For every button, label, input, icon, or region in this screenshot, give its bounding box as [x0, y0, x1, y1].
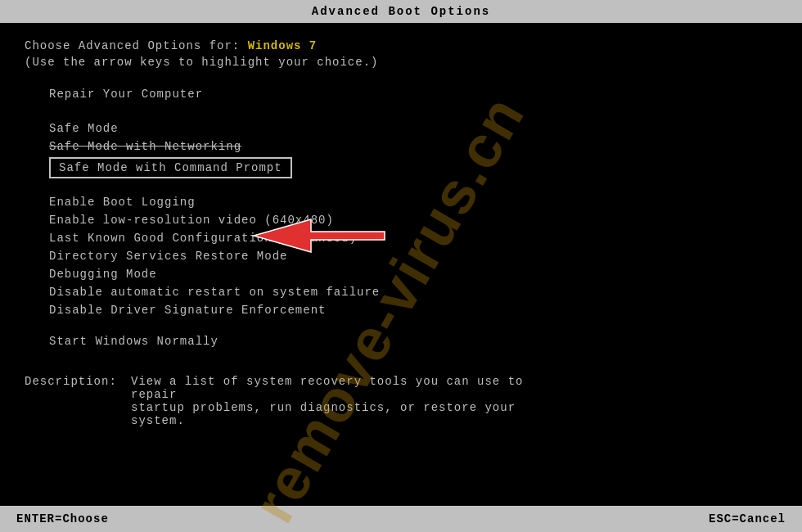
windows-version: Windows 7 [248, 39, 318, 52]
description-label: Description: [25, 375, 131, 388]
menu-item-safe-mode[interactable]: Safe Mode [25, 119, 777, 138]
menu-item-repair[interactable]: Repair Your Computer [25, 85, 777, 103]
enter-label: ENTER=Choose [16, 512, 109, 525]
menu-item-enable-boot-logging[interactable]: Enable Boot Logging [25, 193, 777, 211]
menu-item-safe-mode-networking[interactable]: Safe Mode with Networking [25, 138, 777, 156]
menu-item-safe-mode-command-wrapper: Safe Mode with Command Prompt [25, 157, 777, 178]
boot-options-menu: Repair Your Computer Safe Mode Safe Mode… [25, 85, 777, 350]
menu-item-last-known-good[interactable]: Last Known Good Configuration (advanced) [25, 229, 777, 247]
menu-item-directory-services[interactable]: Directory Services Restore Mode [25, 247, 777, 265]
main-content: Choose Advanced Options for: Windows 7 (… [0, 23, 802, 444]
description-line2: startup problems, run diagnostics, or re… [131, 401, 516, 427]
menu-item-start-windows[interactable]: Start Windows Normally [25, 332, 777, 350]
description-section: Description: View a list of system recov… [25, 375, 777, 427]
bottom-bar: ENTER=Choose ESC=Cancel [0, 506, 802, 532]
header-line2: (Use the arrow keys to highlight your ch… [25, 56, 777, 69]
esc-label: ESC=Cancel [709, 512, 786, 525]
menu-item-debugging-mode[interactable]: Debugging Mode [25, 265, 777, 283]
menu-item-disable-restart[interactable]: Disable automatic restart on system fail… [25, 283, 777, 301]
title-bar: Advanced Boot Options [0, 0, 802, 23]
header-line1: Choose Advanced Options for: Windows 7 [25, 39, 777, 52]
menu-item-enable-low-res[interactable]: Enable low-resolution video (640x480) [25, 211, 777, 229]
menu-item-safe-mode-command[interactable]: Safe Mode with Command Prompt [49, 157, 292, 178]
description-line1: View a list of system recovery tools you… [131, 375, 523, 401]
header-prefix: Choose Advanced Options for: [25, 39, 248, 52]
menu-item-disable-driver[interactable]: Disable Driver Signature Enforcement [25, 301, 777, 319]
description-text: View a list of system recovery tools you… [131, 375, 556, 427]
